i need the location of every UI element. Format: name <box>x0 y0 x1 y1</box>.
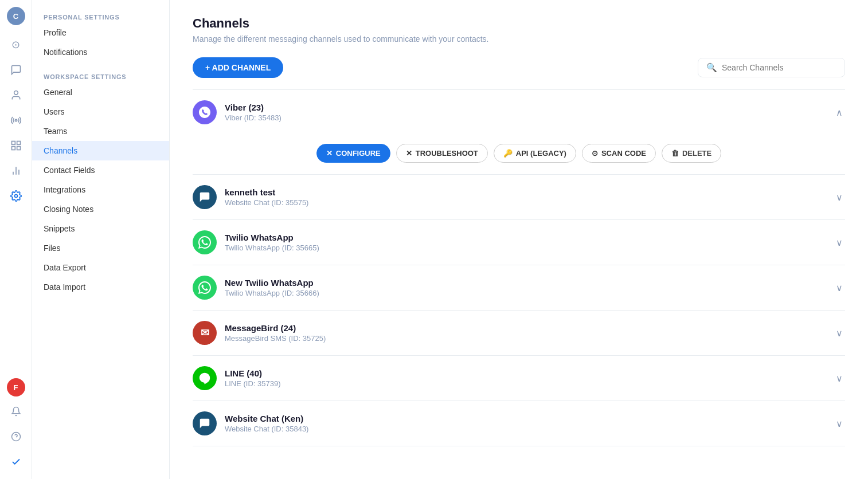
chat-nav-icon[interactable] <box>6 60 26 80</box>
delete-button[interactable]: 🗑 DELETE <box>662 144 721 163</box>
channel-avatar-new-twilio-wa <box>193 276 217 300</box>
channel-sub-messagebird: MessageBird SMS (ID: 35725) <box>225 334 834 343</box>
channel-avatar-kenneth <box>193 185 217 209</box>
top-user-avatar[interactable]: C <box>7 7 25 25</box>
channel-avatar-webchat-ken <box>193 411 217 435</box>
channel-avatar-messagebird: ✉ <box>193 321 217 345</box>
channel-row-twilio-wa: Twilio WhatsApp Twilio WhatsApp (ID: 356… <box>193 220 845 265</box>
svg-point-0 <box>14 91 18 95</box>
channel-avatar-twilio-wa <box>193 230 217 254</box>
sidebar-item-snippets[interactable]: Snippets <box>32 219 169 238</box>
channel-name-webchat-ken: Website Chat (Ken) <box>225 414 834 423</box>
svg-point-9 <box>14 195 17 198</box>
contacts-nav-icon[interactable] <box>6 85 26 105</box>
icon-sidebar: C ⊙ F <box>0 0 32 479</box>
channel-row-kenneth: kenneth test Website Chat (ID: 35575) ∨ <box>193 175 845 220</box>
channel-actions-viber: ✕ CONFIGURE ✕ TROUBLESHOOT 🔑 API (LEGACY… <box>193 135 845 174</box>
svg-rect-4 <box>17 147 20 150</box>
check-nav-icon[interactable] <box>6 451 26 472</box>
troubleshoot-button[interactable]: ✕ TROUBLESHOOT <box>396 144 488 163</box>
channel-info-viber: Viber (23) Viber (ID: 35483) <box>225 103 834 122</box>
channel-sub-viber: Viber (ID: 35483) <box>225 113 834 122</box>
channel-info-messagebird: MessageBird (24) MessageBird SMS (ID: 35… <box>225 323 834 343</box>
sidebar-item-notifications[interactable]: Notifications <box>32 42 169 62</box>
channel-info-webchat-ken: Website Chat (Ken) Website Chat (ID: 358… <box>225 414 834 433</box>
api-icon: 🔑 <box>503 149 513 158</box>
channel-header-messagebird[interactable]: ✉ MessageBird (24) MessageBird SMS (ID: … <box>193 311 845 355</box>
search-icon: 🔍 <box>706 62 717 73</box>
channel-name-new-twilio-wa: New Twilio WhatsApp <box>225 278 834 288</box>
channel-name-twilio-wa: Twilio WhatsApp <box>225 233 834 242</box>
channel-row-line: LINE (40) LINE (ID: 35739) ∨ <box>193 356 845 401</box>
line-chevron-icon: ∨ <box>834 373 845 384</box>
search-wrapper: 🔍 <box>698 58 845 77</box>
search-input[interactable] <box>722 63 836 72</box>
svg-rect-2 <box>11 142 15 145</box>
webchat-ken-chevron-icon: ∨ <box>834 418 845 429</box>
channel-info-twilio-wa: Twilio WhatsApp Twilio WhatsApp (ID: 356… <box>225 233 834 252</box>
settings-nav-icon[interactable] <box>6 186 26 206</box>
channel-sub-line: LINE (ID: 35739) <box>225 379 834 388</box>
channel-name-kenneth: kenneth test <box>225 187 834 197</box>
channel-header-new-twilio-wa[interactable]: New Twilio WhatsApp Twilio WhatsApp (ID:… <box>193 265 845 310</box>
sidebar-item-general[interactable]: General <box>32 83 169 102</box>
channel-info-line: LINE (40) LINE (ID: 35739) <box>225 368 834 388</box>
sidebar-item-integrations[interactable]: Integrations <box>32 180 169 199</box>
svg-rect-3 <box>17 142 20 145</box>
viber-chevron-icon: ∧ <box>834 107 845 118</box>
channel-row-messagebird: ✉ MessageBird (24) MessageBird SMS (ID: … <box>193 311 845 356</box>
scan-code-button[interactable]: ⊙ SCAN CODE <box>582 144 656 163</box>
help-nav-icon[interactable] <box>6 426 26 447</box>
sidebar-item-data-import[interactable]: Data Import <box>32 277 169 297</box>
channel-sub-new-twilio-wa: Twilio WhatsApp (ID: 35666) <box>225 289 834 297</box>
sidebar-item-data-export[interactable]: Data Export <box>32 258 169 277</box>
configure-button[interactable]: ✕ CONFIGURE <box>316 144 390 163</box>
channel-header-line[interactable]: LINE (40) LINE (ID: 35739) ∨ <box>193 356 845 401</box>
kenneth-chevron-icon: ∨ <box>834 192 845 203</box>
bell-nav-icon[interactable] <box>6 401 26 422</box>
channel-header-kenneth[interactable]: kenneth test Website Chat (ID: 35575) ∨ <box>193 175 845 219</box>
svg-rect-5 <box>11 147 15 150</box>
page-title: Channels <box>193 16 845 31</box>
sidebar-item-contact-fields[interactable]: Contact Fields <box>32 160 169 180</box>
reports-nav-icon[interactable] <box>6 160 26 181</box>
add-channel-button[interactable]: + ADD CHANNEL <box>193 57 283 78</box>
scan-icon: ⊙ <box>592 149 598 158</box>
personal-section-title: Personal Settings <box>32 9 169 23</box>
api-legacy-button[interactable]: 🔑 API (LEGACY) <box>494 144 576 163</box>
broadcast-nav-icon[interactable] <box>6 110 26 131</box>
teams-nav-icon[interactable] <box>6 135 26 156</box>
channel-avatar-line <box>193 366 217 390</box>
sidebar-item-files[interactable]: Files <box>32 238 169 258</box>
channel-sub-kenneth: Website Chat (ID: 35575) <box>225 198 834 207</box>
bottom-user-avatar[interactable]: F <box>7 378 25 396</box>
settings-sidebar: Personal Settings Profile Notifications … <box>32 0 170 479</box>
channel-header-viber[interactable]: Viber (23) Viber (ID: 35483) ∧ <box>193 90 845 135</box>
main-content: Channels Manage the different messaging … <box>170 0 868 479</box>
configure-icon: ✕ <box>326 149 333 158</box>
twilio-wa-chevron-icon: ∨ <box>834 237 845 248</box>
channel-sub-webchat-ken: Website Chat (ID: 35843) <box>225 425 834 433</box>
sidebar-item-channels[interactable]: Channels <box>32 141 169 160</box>
sidebar-item-teams[interactable]: Teams <box>32 121 169 141</box>
sidebar-item-closing-notes[interactable]: Closing Notes <box>32 199 169 219</box>
channel-row-new-twilio-wa: New Twilio WhatsApp Twilio WhatsApp (ID:… <box>193 265 845 311</box>
channel-name-line: LINE (40) <box>225 368 834 378</box>
home-nav-icon[interactable]: ⊙ <box>6 34 26 55</box>
sidebar-item-users[interactable]: Users <box>32 102 169 121</box>
channel-header-twilio-wa[interactable]: Twilio WhatsApp Twilio WhatsApp (ID: 356… <box>193 220 845 265</box>
workspace-section-title: Workspace Settings <box>32 69 169 83</box>
svg-point-1 <box>15 119 17 121</box>
toolbar: + ADD CHANNEL 🔍 <box>193 57 845 78</box>
channel-avatar-viber <box>193 100 217 124</box>
troubleshoot-icon: ✕ <box>406 149 412 158</box>
sidebar-item-profile[interactable]: Profile <box>32 23 169 42</box>
channel-name-messagebird: MessageBird (24) <box>225 323 834 333</box>
channel-list: Viber (23) Viber (ID: 35483) ∧ ✕ CONFIGU… <box>193 89 845 446</box>
bottom-icons: F <box>6 378 26 472</box>
channel-header-webchat-ken[interactable]: Website Chat (Ken) Website Chat (ID: 358… <box>193 401 845 446</box>
channel-info-new-twilio-wa: New Twilio WhatsApp Twilio WhatsApp (ID:… <box>225 278 834 297</box>
channel-row-webchat-ken: Website Chat (Ken) Website Chat (ID: 358… <box>193 401 845 446</box>
channel-row-viber: Viber (23) Viber (ID: 35483) ∧ ✕ CONFIGU… <box>193 90 845 175</box>
messagebird-chevron-icon: ∨ <box>834 328 845 339</box>
